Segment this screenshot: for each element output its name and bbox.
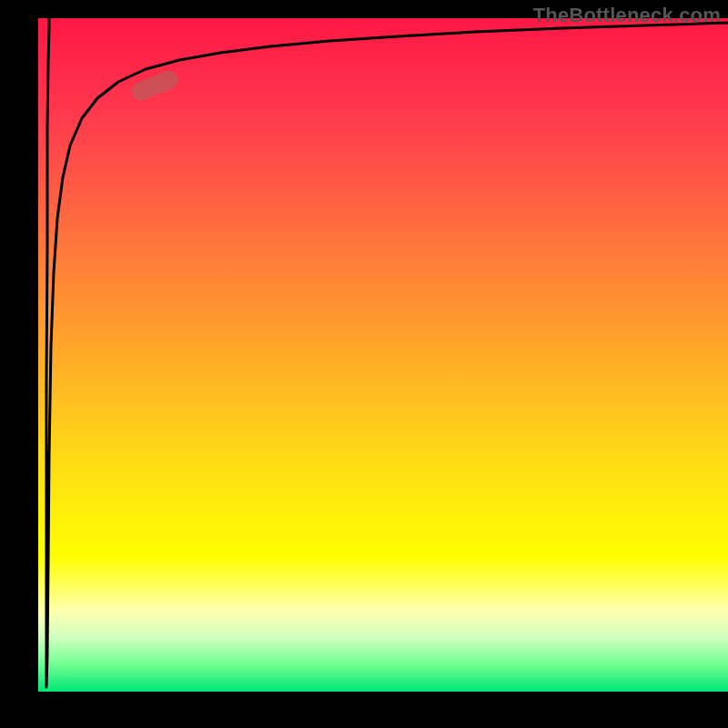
watermark-text: TheBottleneck.com [533,4,721,27]
plot-background-gradient [38,18,728,692]
chart-canvas: TheBottleneck.com [0,0,728,728]
